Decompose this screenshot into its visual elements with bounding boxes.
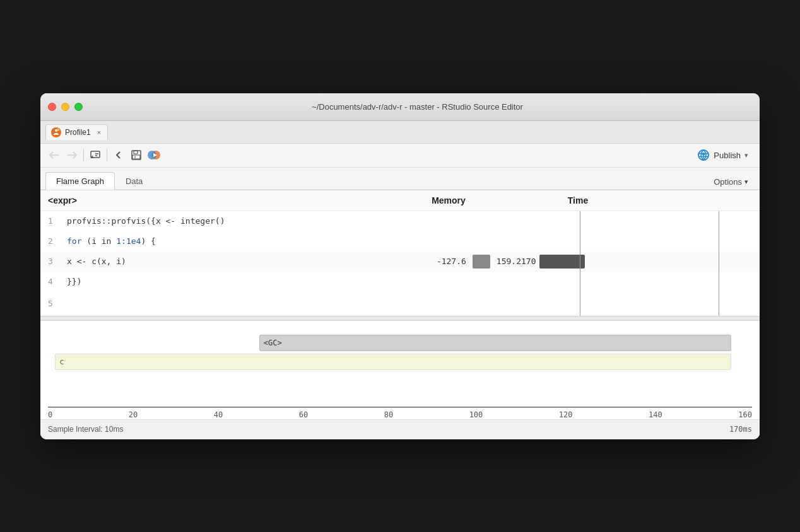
c-row: c [48, 354, 752, 370]
tab-close-button[interactable]: × [97, 129, 101, 136]
window-title: ~/Documents/adv-r/adv-r - master - RStud… [83, 102, 752, 112]
x-label-120: 120 [559, 410, 573, 419]
x-label-0: 0 [48, 410, 52, 419]
memory-vline [580, 211, 580, 316]
separator-2 [107, 149, 107, 161]
gc-row: <GC> [48, 335, 752, 351]
row4-expr: 4 }}) [48, 277, 376, 286]
table-body: 1 profvis::profvis({x <- integer() 2 for… [40, 211, 760, 316]
x-axis: 0 20 40 60 80 100 120 140 160 [48, 407, 752, 419]
mem-negative-val: -127.6 [437, 257, 466, 266]
row3-time: 170 [521, 255, 635, 269]
return-button[interactable] [86, 146, 104, 164]
mem-positive-val: 159.2 [497, 257, 521, 266]
total-time-label: 170ms [729, 425, 752, 434]
table-row: 2 for (i in 1:1e4) { [40, 231, 760, 252]
x-axis-labels: 0 20 40 60 80 100 120 140 160 [48, 410, 752, 419]
svg-point-1 [57, 129, 59, 130]
svg-rect-9 [132, 155, 140, 159]
section-separator [40, 316, 760, 321]
separator-1 [83, 149, 84, 161]
x-label-140: 140 [649, 410, 662, 419]
publish-icon [697, 149, 710, 161]
col-header-expr: <expr> [48, 195, 376, 205]
main-content: <expr> Memory Time 1 profvis::profvis({x… [40, 190, 760, 439]
x-label-40: 40 [214, 410, 223, 419]
gc-label: <GC> [264, 338, 282, 347]
main-window: ~/Documents/adv-r/adv-r - master - RStud… [40, 93, 760, 439]
save-button[interactable] [127, 146, 145, 164]
tab-bar: Profile1 × [40, 121, 760, 144]
row1-expr: 1 profvis::profvis({x <- integer() [48, 216, 376, 226]
row3-memory: -127.6 159.2 [376, 255, 521, 269]
time-val: 170 [521, 257, 536, 266]
row2-expr: 2 for (i in 1:1e4) { [48, 236, 376, 246]
x-label-60: 60 [299, 410, 308, 419]
status-bar: Sample Interval: 10ms 170ms [40, 419, 760, 439]
col-header-time: Time [521, 195, 635, 205]
row3-expr: 3 x <- c(x, i) [48, 257, 376, 266]
publish-dropdown-icon: ▾ [744, 151, 748, 159]
c-label: c [59, 357, 64, 366]
flame-graph-chart: <GC> c [48, 328, 752, 404]
profile1-tab[interactable]: Profile1 × [45, 124, 108, 140]
x-label-20: 20 [129, 410, 138, 419]
tab-label: Profile1 [65, 128, 91, 137]
row5-expr: 5 [48, 299, 376, 308]
time-bar [539, 255, 585, 269]
profile-icon [51, 127, 61, 137]
mem-bar [473, 255, 490, 269]
x-label-80: 80 [384, 410, 393, 419]
x-label-160: 160 [738, 410, 752, 419]
x-label-100: 100 [469, 410, 483, 419]
maximize-button[interactable] [74, 103, 83, 111]
content-tabs: Flame Graph Data Options ▾ [40, 168, 760, 190]
table-row: 1 profvis::profvis({x <- integer() [40, 211, 760, 231]
tab-flame-graph[interactable]: Flame Graph [45, 172, 115, 190]
close-button[interactable] [48, 103, 56, 111]
tab-data[interactable]: Data [115, 172, 153, 190]
minimize-button[interactable] [61, 103, 69, 111]
title-bar: ~/Documents/adv-r/adv-r - master - RStud… [40, 93, 760, 121]
table-header: <expr> Memory Time [40, 190, 760, 211]
options-button[interactable]: Options ▾ [707, 175, 755, 189]
time-vline [719, 211, 719, 316]
back-button[interactable] [45, 146, 63, 164]
publish-button[interactable]: Publish ▾ [691, 146, 755, 164]
table-row: 3 x <- c(x, i) -127.6 159.2 170 [40, 252, 760, 272]
col-header-memory: Memory [376, 195, 521, 205]
window-controls[interactable] [48, 103, 83, 111]
toolbar: Publish ▾ [40, 144, 760, 168]
publish-label: Publish [714, 151, 741, 160]
sample-interval-label: Sample Interval: 10ms [48, 425, 123, 434]
flame-graph-area: <GC> c 0 20 40 60 80 100 [40, 321, 760, 419]
c-bar: c [55, 354, 731, 370]
prev-button[interactable] [110, 146, 127, 164]
run-button[interactable] [145, 146, 163, 164]
table-row: 4 }}) [40, 272, 760, 292]
gc-bar: <GC> [259, 335, 731, 351]
forward-button[interactable] [63, 146, 81, 164]
table-row: 5 [40, 292, 760, 316]
